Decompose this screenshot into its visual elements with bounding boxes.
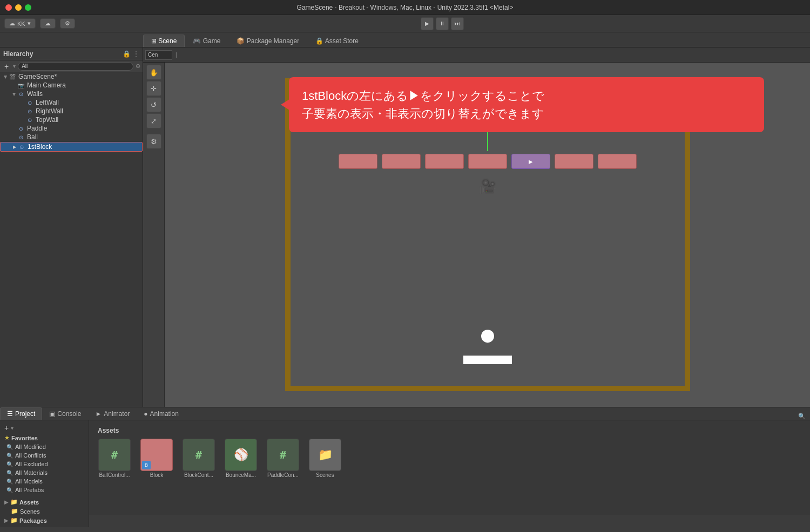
hierarchy-item-maincamera[interactable]: ▶ 📷 Main Camera <box>0 81 143 90</box>
move-tool[interactable]: ✛ <box>146 81 161 96</box>
topwall-icon: ⊙ <box>26 116 33 124</box>
cloud-button[interactable]: ☁ <box>40 18 56 29</box>
hierarchy-item-firstblock[interactable]: ▶ ⊙ 1stBlock <box>0 142 143 152</box>
account-button[interactable]: ☁ KK ▾ <box>4 18 36 29</box>
block-7[interactable] <box>598 154 637 169</box>
block-2[interactable] <box>382 154 421 169</box>
project-item-all-materials[interactable]: 🔍 All Materials <box>2 468 86 477</box>
pause-button[interactable]: ⏸ <box>436 17 449 30</box>
all-conflicts-label: All Conflicts <box>15 452 46 459</box>
walls-icon: ⊙ <box>17 90 25 98</box>
project-item-all-modified[interactable]: 🔍 All Modified <box>2 442 86 451</box>
asset-block[interactable]: B Block <box>138 439 176 478</box>
hierarchy-header: Hierarchy 🔒 ⋮ <box>0 47 143 60</box>
block-3[interactable] <box>425 154 464 169</box>
tab-asset-store[interactable]: 🔒 Asset Store <box>307 35 367 47</box>
scale-tool[interactable]: ⤢ <box>146 113 161 128</box>
playmode-controls: ▶ ⏸ ⏭ <box>79 17 806 30</box>
packages-tree-label: Packages <box>19 517 47 524</box>
hierarchy-item-rightwall[interactable]: ▶ ⊙ RightWall <box>0 107 143 115</box>
ballcontrol-thumb: # <box>98 439 131 471</box>
block-4[interactable] <box>468 154 507 169</box>
hierarchy-item-topwall[interactable]: ▶ ⊙ TopWall <box>0 115 143 124</box>
tooltip-line2: 子要素の表示・非表示の切り替えができます <box>302 105 751 122</box>
tab-animator[interactable]: ► Animator <box>88 407 137 420</box>
console-tab-icon: ▣ <box>49 410 55 418</box>
firstblock-label: 1stBlock <box>28 143 52 151</box>
hierarchy-filter-icon[interactable]: ⊕ <box>136 63 140 70</box>
hierarchy-item-walls[interactable]: ▶ ⊙ Walls <box>0 90 143 98</box>
hierarchy-arrow-icon: ▾ <box>13 63 16 69</box>
hierarchy-search-input[interactable] <box>18 62 133 71</box>
tooltip-line1: 1stBlockの左にある▶をクリックすることで <box>302 87 751 105</box>
project-tab-icon: ☰ <box>7 410 13 418</box>
rightwall-label: RightWall <box>36 107 63 115</box>
hierarchy-item-gamescene[interactable]: ▶ 🎬 GameScene* <box>0 72 143 81</box>
search-icon-prefabs: 🔍 <box>6 487 13 493</box>
settings-button[interactable]: ⚙ <box>60 18 75 29</box>
scene-view: | ✋ ✛ ↺ ⤢ ⚙ <box>143 47 810 407</box>
tab-console[interactable]: ▣ Console <box>42 407 88 420</box>
scene-center-input[interactable] <box>145 50 172 60</box>
hierarchy-item-ball[interactable]: ▶ ⊙ Ball <box>0 133 143 141</box>
tab-package-manager[interactable]: 📦 Package Manager <box>228 35 307 47</box>
tab-scene[interactable]: ⊞ Scene <box>143 35 185 47</box>
close-button[interactable] <box>5 4 12 11</box>
hierarchy-item-paddle[interactable]: ▶ ⊙ Paddle <box>0 124 143 133</box>
ball-icon: ⊙ <box>17 133 25 141</box>
hand-tool[interactable]: ✋ <box>146 65 161 80</box>
asset-blockcont[interactable]: # BlockCont... <box>180 439 218 478</box>
walls-arrow-icon[interactable]: ▶ <box>12 91 17 97</box>
leftwall-icon: ⊙ <box>26 99 33 106</box>
scene-view-mode: | <box>176 52 177 58</box>
gamescene-arrow-icon[interactable]: ▶ <box>3 73 8 80</box>
project-item-all-excluded[interactable]: 🔍 All Excluded <box>2 460 86 468</box>
firstblock-arrow-icon[interactable]: ▶ <box>11 145 18 149</box>
tab-project[interactable]: ☰ Project <box>0 407 42 420</box>
asset-ballcontrol[interactable]: # BallControl... <box>96 439 133 478</box>
maximize-button[interactable] <box>25 4 31 11</box>
maincamera-icon: 📷 <box>17 81 25 89</box>
hierarchy-item-leftwall[interactable]: ▶ ⊙ LeftWall <box>0 98 143 107</box>
tree-item-packages[interactable]: ▶ 📁 Packages <box>2 516 86 525</box>
hierarchy-lock-icon[interactable]: 🔒 <box>123 50 131 58</box>
game-ball <box>481 330 494 343</box>
account-label: KK <box>17 21 25 27</box>
block-5-selected[interactable]: ▶ <box>511 154 550 169</box>
tab-game[interactable]: 🎮 Game <box>185 35 228 47</box>
scenes-tree-label: Scenes <box>20 508 40 515</box>
project-item-all-prefabs[interactable]: 🔍 All Prefabs <box>2 486 86 494</box>
asset-scenes[interactable]: 📁 Scenes <box>306 439 344 478</box>
folder-icon-packages: 📁 <box>10 517 18 524</box>
search-icon-conflicts: 🔍 <box>6 453 13 459</box>
minimize-button[interactable] <box>15 4 22 11</box>
favorites-section[interactable]: ★ Favorites <box>2 433 86 442</box>
add-hierarchy-button[interactable]: + <box>2 62 11 71</box>
tab-animation[interactable]: ● Animation <box>137 407 186 420</box>
project-item-all-conflicts[interactable]: 🔍 All Conflicts <box>2 451 86 460</box>
scenes-label: Scenes <box>316 472 334 478</box>
asset-bouncema[interactable]: ⚾ BounceMa... <box>222 439 260 478</box>
editor-tabbar: ⊞ Scene 🎮 Game 📦 Package Manager 🔒 Asset… <box>0 32 810 47</box>
play-button[interactable]: ▶ <box>421 17 434 30</box>
maincamera-label: Main Camera <box>27 81 66 89</box>
paddle-label: Paddle <box>27 125 47 132</box>
tree-item-assets[interactable]: ▶ 📁 Assets <box>2 497 86 507</box>
all-modified-label: All Modified <box>15 444 46 450</box>
step-button[interactable]: ⏭ <box>451 17 464 30</box>
block-1[interactable] <box>339 154 377 169</box>
block-6[interactable] <box>555 154 593 169</box>
cs-icon-2: # <box>195 448 202 461</box>
titlebar: GameScene - Breakout - Windows, Mac, Lin… <box>0 0 810 15</box>
tree-item-scenes[interactable]: 📁 Scenes <box>2 507 86 516</box>
star-icon: ★ <box>4 434 10 441</box>
game-icon: 🎮 <box>193 37 201 45</box>
asset-paddlecon[interactable]: # PaddleCon... <box>264 439 302 478</box>
gizmo-tool[interactable]: ⚙ <box>146 134 161 149</box>
main-area: Hierarchy 🔒 ⋮ + ▾ ⊕ ▶ 🎬 GameScene* ▶ 📷 M… <box>0 47 810 407</box>
hierarchy-menu-icon[interactable]: ⋮ <box>133 50 139 58</box>
hierarchy-list: ▶ 🎬 GameScene* ▶ 📷 Main Camera ▶ ⊙ Walls… <box>0 72 143 152</box>
project-item-all-models[interactable]: 🔍 All Models <box>2 477 86 486</box>
add-project-button[interactable]: + <box>4 424 9 432</box>
rotate-tool[interactable]: ↺ <box>146 97 161 112</box>
